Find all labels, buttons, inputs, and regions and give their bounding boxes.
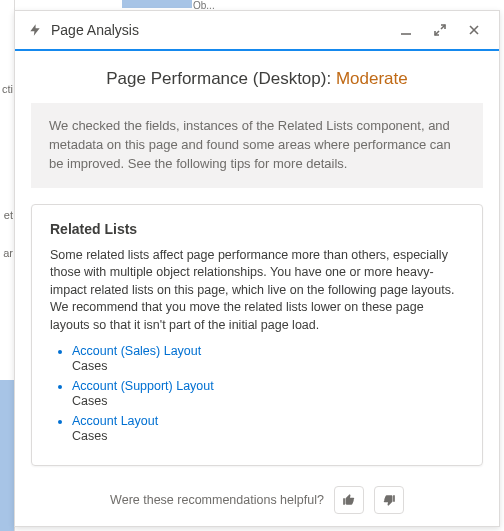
list-item: Account (Sales) Layout Cases: [72, 344, 464, 373]
panel-header: Page Analysis: [15, 11, 499, 51]
layout-link[interactable]: Account Layout: [72, 414, 158, 428]
summary-box: We checked the fields, instances of the …: [31, 103, 483, 188]
layout-list: Account (Sales) Layout Cases Account (Su…: [50, 344, 464, 443]
minimize-button[interactable]: [393, 17, 419, 43]
performance-rating: Moderate: [336, 69, 408, 88]
page-analysis-panel: Page Analysis Page Performance (Desktop)…: [14, 10, 500, 527]
card-title: Related Lists: [50, 221, 464, 237]
layout-link[interactable]: Account (Sales) Layout: [72, 344, 201, 358]
panel-body: Page Performance (Desktop): Moderate We …: [15, 51, 499, 476]
panel-title: Page Analysis: [51, 22, 385, 38]
list-item: Account (Support) Layout Cases: [72, 379, 464, 408]
performance-prefix: Page Performance (Desktop):: [106, 69, 336, 88]
thumbs-down-button[interactable]: [374, 486, 404, 514]
expand-button[interactable]: [427, 17, 453, 43]
lightning-icon: [27, 22, 43, 38]
feedback-question: Were these recommendations helpful?: [110, 493, 324, 507]
feedback-footer: Were these recommendations helpful?: [15, 476, 499, 526]
card-description: Some related lists affect page performan…: [50, 247, 464, 335]
related-lists-card: Related Lists Some related lists affect …: [31, 204, 483, 467]
layout-sub: Cases: [72, 394, 464, 408]
close-button[interactable]: [461, 17, 487, 43]
list-item: Account Layout Cases: [72, 414, 464, 443]
thumbs-up-button[interactable]: [334, 486, 364, 514]
performance-heading: Page Performance (Desktop): Moderate: [31, 69, 483, 89]
thumbs-down-icon: [382, 493, 396, 507]
layout-sub: Cases: [72, 429, 464, 443]
layout-sub: Cases: [72, 359, 464, 373]
thumbs-up-icon: [342, 493, 356, 507]
layout-link[interactable]: Account (Support) Layout: [72, 379, 214, 393]
